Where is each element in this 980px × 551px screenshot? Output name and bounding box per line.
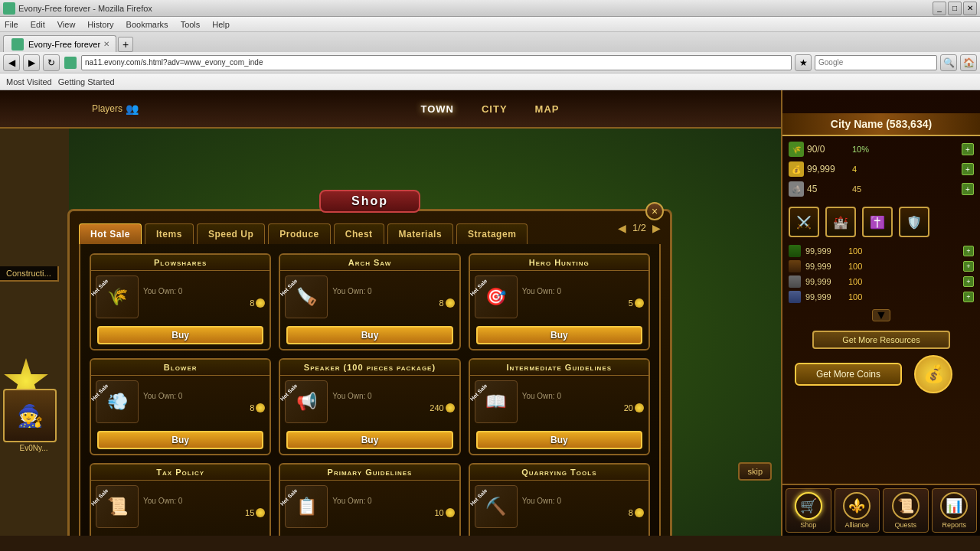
page-prev-button[interactable]: ◀ [618, 222, 626, 234]
stone-add-button[interactable]: + [962, 183, 974, 195]
tab-stratagem[interactable]: Stratagem [456, 223, 528, 244]
buy-button-hero-hunting[interactable]: Buy [476, 326, 642, 344]
nav-city[interactable]: CITY [475, 100, 514, 118]
item-info-blower: You Own: 0 8 [143, 392, 265, 412]
reload-button[interactable]: ↻ [43, 54, 60, 71]
buy-button-blower[interactable]: Buy [97, 431, 263, 449]
stone2-add-button[interactable]: + [963, 276, 974, 287]
iron-max: 100 [848, 292, 862, 302]
hero-btn-1[interactable]: ⚔️ [789, 207, 819, 237]
nav-bar: ◀ ▶ ↻ ★ 🔍 🏠 [0, 52, 980, 73]
lumber2-icon [789, 260, 801, 272]
forward-button[interactable]: ▶ [23, 54, 40, 71]
reports-bottom-icon: 📊 [940, 492, 968, 520]
back-button[interactable]: ◀ [3, 54, 20, 71]
hero-btn-3[interactable]: ✝️ [862, 207, 893, 237]
site-favicon [64, 57, 77, 69]
nav-town[interactable]: TOWN [415, 100, 460, 118]
tab-chest[interactable]: Chest [334, 223, 384, 244]
lumber2-max: 100 [848, 262, 862, 271]
gold-add-button[interactable]: + [962, 163, 974, 175]
buy-button-arch-saw[interactable]: Buy [286, 326, 452, 344]
game-area: Players 👥 TOWN CITY MAP Contact Us Priva… [0, 90, 980, 536]
page-next-button[interactable]: ▶ [652, 222, 661, 234]
tab-speed-up[interactable]: Speed Up [197, 223, 265, 244]
reports-bottom-button[interactable]: 📊 Reports [932, 488, 978, 533]
item-image-plowshares: Hot Sale 🌾 [96, 276, 139, 318]
new-tab-button[interactable]: + [118, 37, 133, 52]
tab-items[interactable]: Items [145, 223, 194, 244]
price-primary-guidelines: 10 [332, 508, 454, 517]
tab-materials[interactable]: Materials [387, 223, 454, 244]
buy-button-speaker[interactable]: Buy [286, 431, 452, 449]
you-own-blower: You Own: 0 [143, 392, 265, 400]
item-info-quarrying-tools: You Own: 0 8 [522, 497, 644, 517]
item-body-arch-saw: Hot Sale 🪚 You Own: 0 8 [280, 271, 459, 323]
menu-history[interactable]: History [86, 20, 115, 29]
food-add-button[interactable]: + [962, 143, 974, 155]
shop-tabs: Hot Sale Items Speed Up Produce Chest Ma… [70, 211, 537, 244]
lumber2-row: 99,999 100 + [782, 259, 980, 274]
bookmark-most-visited[interactable]: Most Visited [6, 77, 52, 86]
iron-add-button[interactable]: + [963, 292, 974, 302]
menu-file[interactable]: File [3, 20, 20, 29]
item-name-primary-guidelines: Primary Guidelines [280, 465, 459, 481]
url-bar[interactable] [81, 55, 792, 70]
tab-hot-sale[interactable]: Hot Sale [79, 223, 142, 244]
menu-tools[interactable]: Tools [179, 20, 202, 29]
shop-title-banner: Shop [319, 190, 420, 213]
item-image-blower: Hot Sale 💨 [96, 380, 139, 423]
home-button[interactable]: 🏠 [960, 54, 977, 71]
lumber-add-button[interactable]: + [963, 246, 974, 256]
alliance-bottom-button[interactable]: ⚜️ Alliance [835, 488, 880, 533]
browser-tab[interactable]: Evony-Free forever ✕ [3, 35, 116, 52]
expand-resource-button[interactable]: ▼ [872, 309, 890, 321]
construction-tooltip: Constructi... [0, 266, 59, 282]
avatar-image: 🧙 [3, 389, 57, 442]
get-more-resources-button[interactable]: Get More Resources [812, 331, 950, 349]
hero-btn-4[interactable]: 🛡️ [899, 207, 929, 237]
you-own-speaker: You Own: 0 [332, 392, 454, 400]
item-image-intermediate-guidelines: Hot Sale 📖 [475, 380, 518, 423]
right-panel: City Name (583,634) 🌾 90/0 10% + 💰 99,99… [781, 90, 980, 536]
hero-btn-2[interactable]: 🏰 [825, 207, 856, 237]
menu-edit[interactable]: Edit [29, 20, 47, 29]
get-more-coins-button[interactable]: Get More Coins [795, 363, 902, 386]
maximize-button[interactable]: □ [948, 2, 962, 15]
close-button[interactable]: ✕ [963, 2, 977, 15]
shop-grid: Plowshares Hot Sale 🌾 You Own: 0 8 [90, 253, 650, 536]
search-bar[interactable] [815, 55, 937, 70]
coin-icon-7 [446, 508, 455, 517]
star-button[interactable]: ★ [795, 54, 812, 71]
lumber-value: 99,999 [805, 246, 844, 256]
lumber2-add-button[interactable]: + [963, 261, 974, 272]
buy-button-plowshares[interactable]: Buy [97, 326, 263, 344]
quests-bottom-button[interactable]: 📜 Quests [883, 488, 929, 533]
coin-icon-2 [635, 298, 644, 308]
bookmark-getting-started[interactable]: Getting Started [58, 77, 115, 86]
shop-bottom-button[interactable]: 🛒 Shop [786, 488, 831, 533]
item-info-arch-saw: You Own: 0 8 [332, 287, 454, 308]
iron-icon [789, 291, 801, 303]
skip-button[interactable]: skip [738, 462, 772, 481]
menu-view[interactable]: View [56, 20, 77, 29]
nav-map[interactable]: MAP [529, 100, 566, 118]
item-body-hero-hunting: Hot Sale 🎯 You Own: 0 5 [470, 271, 648, 323]
reports-bottom-label: Reports [942, 521, 966, 529]
shop-item-intermediate-guidelines: Intermediate Guidelines Hot Sale 📖 You O… [469, 358, 650, 455]
shop-item-quarrying-tools: Quarrying Tools Hot Sale ⛏️ You Own: 0 8 [469, 463, 650, 536]
minimize-button[interactable]: _ [933, 2, 946, 15]
menu-bookmarks[interactable]: Bookmarks [125, 20, 170, 29]
shop-bottom-icon: 🛒 [795, 492, 822, 520]
shop-tabs-row: Hot Sale Items Speed Up Produce Chest Ma… [70, 211, 670, 244]
tab-produce[interactable]: Produce [268, 223, 331, 244]
shop-close-button[interactable]: × [645, 202, 664, 220]
search-go-button[interactable]: 🔍 [940, 54, 957, 71]
shop-item-arch-saw: Arch Saw Hot Sale 🪚 You Own: 0 8 [279, 253, 460, 350]
you-own-primary-guidelines: You Own: 0 [332, 497, 454, 505]
item-info-plowshares: You Own: 0 8 [143, 287, 265, 308]
tab-close-button[interactable]: ✕ [103, 40, 109, 48]
buy-button-intermediate-guidelines[interactable]: Buy [476, 431, 642, 449]
shop-item-tax-policy: Tax Policy Hot Sale 📜 You Own: 0 15 [90, 463, 271, 536]
menu-help[interactable]: Help [211, 20, 231, 29]
